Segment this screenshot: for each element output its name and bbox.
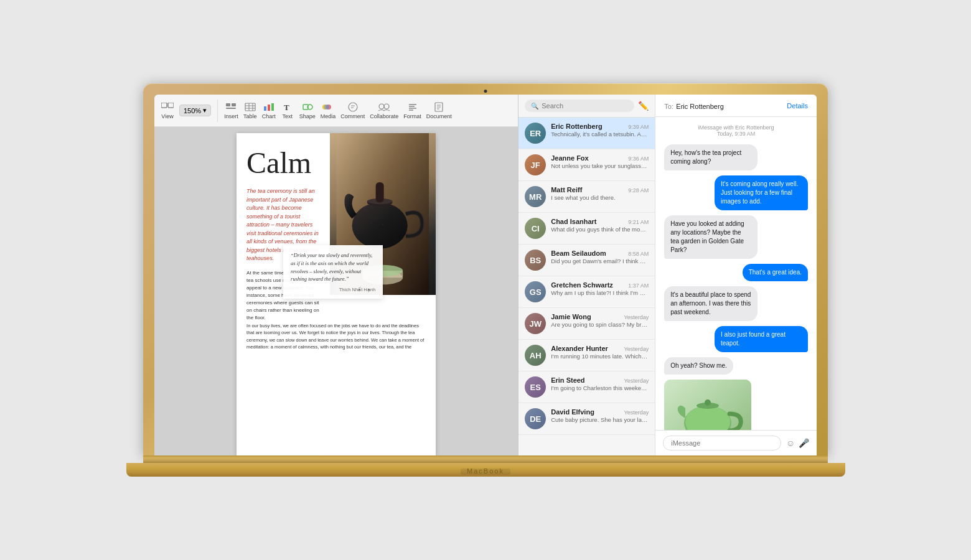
avatar: JF <box>525 154 546 175</box>
emoji-icon[interactable]: ☺ <box>786 438 795 448</box>
microphone-icon[interactable]: 🎤 <box>799 438 809 448</box>
conv-time: Yesterday <box>624 314 649 320</box>
conv-content: Alexander Hunter Yesterday I'm running 1… <box>551 345 649 360</box>
svg-point-37 <box>371 222 372 223</box>
toolbar-comment[interactable]: Comment <box>340 101 365 119</box>
svg-rect-2 <box>226 103 230 106</box>
trackpad[interactable] <box>461 469 510 475</box>
collaborate-label: Collaborate <box>370 113 398 119</box>
message-bubble-msg1: Hey, how's the tea project coming along? <box>664 144 758 170</box>
to-label: To: <box>664 103 673 110</box>
search-wrapper[interactable]: 🔍 <box>525 100 634 112</box>
message-row-msg5: It's a beautiful place to spend an after… <box>664 286 808 321</box>
svg-rect-1 <box>168 103 174 108</box>
avatar: JW <box>525 313 546 334</box>
toolbar-view[interactable]: View <box>161 101 174 119</box>
comment-label: Comment <box>340 113 365 119</box>
toolbar-chart[interactable]: Chart <box>262 101 276 119</box>
conv-preview: Cute baby picture. She has your lack of … <box>551 416 649 424</box>
text-icon: T <box>281 101 294 113</box>
conv-preview: Are you going to spin class? My brain sa… <box>551 321 649 329</box>
conv-name: Jamie Wong <box>551 313 591 320</box>
format-icon <box>406 101 420 113</box>
message-row-msg1: Hey, how's the tea project coming along? <box>664 144 808 170</box>
conv-name: Jeanne Fox <box>551 154 589 162</box>
message-bubble-msg4: That's a great idea. <box>743 264 808 281</box>
toolbar-text[interactable]: T Text <box>281 101 294 119</box>
conv-content: David Elfving Yesterday Cute baby pictur… <box>551 408 649 424</box>
conv-preview: I'm going to Charleston this weekend. An… <box>551 385 649 392</box>
document-icon <box>432 101 446 113</box>
svg-rect-3 <box>232 103 236 106</box>
toolbar-collaborate[interactable]: Collaborate <box>370 101 398 119</box>
svg-point-39 <box>382 224 383 225</box>
conv-content: Chad Isanhart 9:21 AM What did you guys … <box>551 218 649 233</box>
conv-content: Erin Steed Yesterday I'm going to Charle… <box>551 376 649 392</box>
message-row-msg6: I also just found a great teapot. <box>664 326 808 352</box>
conv-time: 1:37 AM <box>628 282 649 289</box>
avatar: DE <box>525 408 546 429</box>
hinge <box>143 455 828 463</box>
conversation-item[interactable]: AH Alexander Hunter Yesterday I'm runnin… <box>518 340 655 371</box>
message-bubble-msg7: Oh yeah? Show me. <box>664 357 733 375</box>
compose-icon[interactable]: ✏️ <box>638 101 649 111</box>
messages-sidebar: 🔍 ✏️ ER Eric Rottenberg 9:39 AM Technica… <box>518 95 655 455</box>
chat-messages-area: iMessage with Eric Rottenberg Today, 9:3… <box>655 117 817 430</box>
conversation-item[interactable]: ER Eric Rottenberg 9:39 AM Technically, … <box>518 118 655 149</box>
conversation-item[interactable]: JF Jeanne Fox 9:36 AM Not unless you tak… <box>518 149 655 181</box>
conv-time: 9:36 AM <box>628 156 649 162</box>
conv-time: Yesterday <box>624 346 649 352</box>
macbook-base: MacBook <box>143 455 828 477</box>
table-icon <box>243 101 257 113</box>
message-row-msg2: It's coming along really well. Just look… <box>664 175 808 210</box>
zoom-button[interactable]: 150% ▾ <box>179 105 211 116</box>
conv-name: Gretchen Schwartz <box>551 281 613 289</box>
message-bubble-msg5: It's a beautiful place to spend an after… <box>664 286 758 321</box>
avatar: MR <box>525 186 546 207</box>
conversation-item[interactable]: JW Jamie Wong Yesterday Are you going to… <box>518 308 655 340</box>
conversation-item[interactable]: GS Gretchen Schwartz 1:37 AM Why am I up… <box>518 276 655 308</box>
message-bubble-msg6: I also just found a great teapot. <box>715 326 808 352</box>
text-label: Text <box>282 113 293 119</box>
conversation-item[interactable]: ES Erin Steed Yesterday I'm going to Cha… <box>518 371 655 403</box>
conv-preview: What did you guys think of the movie? Ho… <box>551 226 649 233</box>
chat-area: To: Eric Rottenberg Details iMessage wit… <box>655 95 817 455</box>
message-row-msg4: That's a great idea. <box>664 264 808 281</box>
chat-input-bar: ☺ 🎤 <box>655 430 817 455</box>
search-bar: 🔍 ✏️ <box>518 95 655 118</box>
conv-preview: I'm running 10 minutes late. Which is ea… <box>551 353 649 360</box>
svg-point-19 <box>349 103 357 111</box>
chat-timestamp: iMessage with Eric Rottenberg Today, 9:3… <box>664 124 808 137</box>
conv-time: 8:58 AM <box>628 251 649 257</box>
details-link[interactable]: Details <box>787 102 808 110</box>
document-page: Calm The tea ceremony is still an import… <box>237 133 436 455</box>
conv-name: Matt Reiff <box>551 186 582 194</box>
toolbar-media[interactable]: Media <box>321 101 336 119</box>
toolbar-document[interactable]: Document <box>426 101 452 119</box>
toolbar-shape[interactable]: Shape <box>299 101 316 119</box>
recipient-name: Eric Rottenberg <box>676 103 723 110</box>
input-icons: ☺ 🎤 <box>786 438 809 448</box>
conv-name: Chad Isanhart <box>551 218 596 225</box>
avatar: ER <box>525 123 546 144</box>
avatar: BS <box>525 250 546 271</box>
teapot-image-bubble <box>664 380 751 430</box>
chat-header: To: Eric Rottenberg Details <box>655 95 817 117</box>
view-label: View <box>161 113 173 119</box>
toolbar-table[interactable]: Table <box>243 101 257 119</box>
conv-name: Alexander Hunter <box>551 345 608 352</box>
conversation-item[interactable]: MR Matt Reiff 9:28 AM I see what you did… <box>518 181 655 213</box>
zoom-chevron: ▾ <box>203 106 207 114</box>
conversation-item[interactable]: CI Chad Isanhart 9:21 AM What did you gu… <box>518 213 655 245</box>
search-input[interactable] <box>542 102 628 110</box>
comment-icon <box>346 101 360 113</box>
conversation-item[interactable]: BS Beam Seilaudom 8:58 AM Did you get Da… <box>518 245 655 276</box>
conversation-item[interactable]: DE David Elfving Yesterday Cute baby pic… <box>518 403 655 435</box>
avatar: ES <box>525 376 546 398</box>
message-input[interactable] <box>663 436 781 450</box>
macbook-container: View 150% ▾ Insert <box>143 83 828 477</box>
toolbar-insert[interactable]: Insert <box>224 101 238 119</box>
insert-label: Insert <box>224 113 238 119</box>
svg-point-38 <box>377 218 378 220</box>
toolbar-format[interactable]: Format <box>403 101 421 119</box>
